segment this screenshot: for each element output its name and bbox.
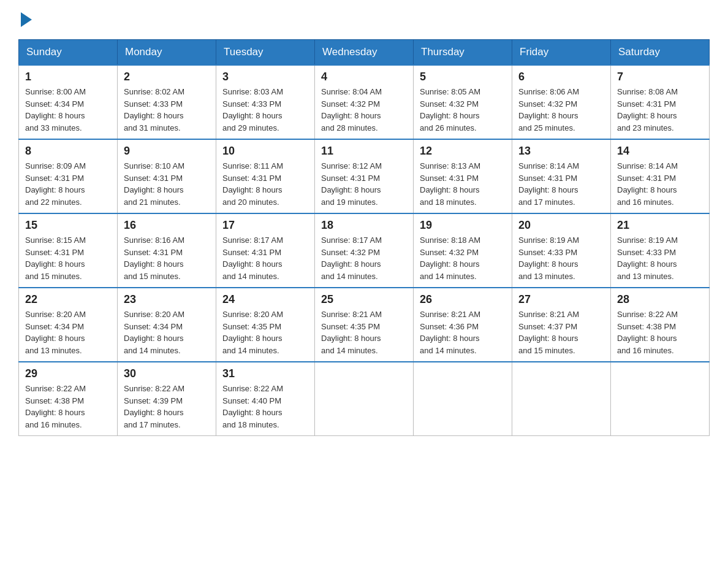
- day-number: 29: [25, 367, 111, 380]
- calendar-header-row: SundayMondayTuesdayWednesdayThursdayFrid…: [19, 40, 710, 66]
- day-info: Sunrise: 8:09 AMSunset: 4:31 PMDaylight:…: [25, 160, 111, 208]
- calendar-cell: 23 Sunrise: 8:20 AMSunset: 4:34 PMDaylig…: [118, 288, 216, 362]
- day-info: Sunrise: 8:05 AMSunset: 4:32 PMDaylight:…: [420, 86, 506, 134]
- calendar-cell: 19 Sunrise: 8:18 AMSunset: 4:32 PMDaylig…: [414, 213, 512, 288]
- day-number: 9: [124, 145, 210, 158]
- calendar-cell: 15 Sunrise: 8:15 AMSunset: 4:31 PMDaylig…: [19, 213, 118, 288]
- day-number: 1: [25, 71, 111, 83]
- calendar-cell: 22 Sunrise: 8:20 AMSunset: 4:34 PMDaylig…: [19, 288, 118, 362]
- day-number: 17: [222, 219, 308, 232]
- calendar-cell: 14 Sunrise: 8:14 AMSunset: 4:31 PMDaylig…: [611, 139, 710, 213]
- logo: [18, 12, 32, 27]
- day-number: 19: [420, 219, 506, 232]
- day-number: 14: [617, 145, 703, 158]
- calendar-cell: 5 Sunrise: 8:05 AMSunset: 4:32 PMDayligh…: [414, 65, 512, 139]
- logo-arrow-icon: [21, 12, 32, 27]
- day-number: 2: [124, 71, 210, 83]
- calendar-cell: 8 Sunrise: 8:09 AMSunset: 4:31 PMDayligh…: [19, 139, 118, 213]
- calendar-cell: 29 Sunrise: 8:22 AMSunset: 4:38 PMDaylig…: [19, 362, 118, 436]
- calendar-cell: [611, 362, 710, 436]
- day-info: Sunrise: 8:21 AMSunset: 4:37 PMDaylight:…: [518, 308, 604, 356]
- day-number: 6: [518, 71, 604, 83]
- day-info: Sunrise: 8:02 AMSunset: 4:33 PMDaylight:…: [124, 86, 210, 134]
- day-info: Sunrise: 8:17 AMSunset: 4:31 PMDaylight:…: [222, 234, 308, 282]
- day-info: Sunrise: 8:08 AMSunset: 4:31 PMDaylight:…: [617, 86, 703, 134]
- calendar-cell: 28 Sunrise: 8:22 AMSunset: 4:38 PMDaylig…: [611, 288, 710, 362]
- calendar-cell: [315, 362, 414, 436]
- day-number: 24: [222, 293, 308, 306]
- column-header-monday: Monday: [118, 40, 216, 66]
- day-number: 22: [25, 293, 111, 306]
- calendar-cell: 3 Sunrise: 8:03 AMSunset: 4:33 PMDayligh…: [216, 65, 315, 139]
- day-number: 10: [222, 145, 308, 158]
- day-info: Sunrise: 8:20 AMSunset: 4:34 PMDaylight:…: [25, 308, 111, 356]
- calendar-cell: 13 Sunrise: 8:14 AMSunset: 4:31 PMDaylig…: [512, 139, 611, 213]
- calendar-cell: 31 Sunrise: 8:22 AMSunset: 4:40 PMDaylig…: [216, 362, 315, 436]
- day-info: Sunrise: 8:21 AMSunset: 4:36 PMDaylight:…: [420, 308, 506, 356]
- day-info: Sunrise: 8:14 AMSunset: 4:31 PMDaylight:…: [617, 160, 703, 208]
- calendar-cell: [512, 362, 611, 436]
- calendar-cell: 1 Sunrise: 8:00 AMSunset: 4:34 PMDayligh…: [19, 65, 118, 139]
- day-number: 11: [321, 145, 407, 158]
- week-row-2: 8 Sunrise: 8:09 AMSunset: 4:31 PMDayligh…: [19, 139, 710, 213]
- calendar-cell: 26 Sunrise: 8:21 AMSunset: 4:36 PMDaylig…: [414, 288, 512, 362]
- day-number: 12: [420, 145, 506, 158]
- day-number: 5: [420, 71, 506, 83]
- calendar-cell: 27 Sunrise: 8:21 AMSunset: 4:37 PMDaylig…: [512, 288, 611, 362]
- day-info: Sunrise: 8:18 AMSunset: 4:32 PMDaylight:…: [420, 234, 506, 282]
- day-number: 28: [617, 293, 703, 306]
- day-number: 3: [222, 71, 308, 83]
- column-header-tuesday: Tuesday: [216, 40, 315, 66]
- day-info: Sunrise: 8:06 AMSunset: 4:32 PMDaylight:…: [518, 86, 604, 134]
- day-info: Sunrise: 8:17 AMSunset: 4:32 PMDaylight:…: [321, 234, 407, 282]
- day-info: Sunrise: 8:15 AMSunset: 4:31 PMDaylight:…: [25, 234, 111, 282]
- calendar-cell: 21 Sunrise: 8:19 AMSunset: 4:33 PMDaylig…: [611, 213, 710, 288]
- calendar-cell: 18 Sunrise: 8:17 AMSunset: 4:32 PMDaylig…: [315, 213, 414, 288]
- day-number: 30: [124, 367, 210, 380]
- day-info: Sunrise: 8:04 AMSunset: 4:32 PMDaylight:…: [321, 86, 407, 134]
- calendar-cell: 11 Sunrise: 8:12 AMSunset: 4:31 PMDaylig…: [315, 139, 414, 213]
- logo-general: [18, 12, 32, 27]
- week-row-4: 22 Sunrise: 8:20 AMSunset: 4:34 PMDaylig…: [19, 288, 710, 362]
- day-number: 21: [617, 219, 703, 232]
- day-info: Sunrise: 8:10 AMSunset: 4:31 PMDaylight:…: [124, 160, 210, 208]
- day-info: Sunrise: 8:20 AMSunset: 4:34 PMDaylight:…: [124, 308, 210, 356]
- day-number: 18: [321, 219, 407, 232]
- day-info: Sunrise: 8:22 AMSunset: 4:38 PMDaylight:…: [25, 383, 111, 431]
- calendar-cell: 25 Sunrise: 8:21 AMSunset: 4:35 PMDaylig…: [315, 288, 414, 362]
- day-info: Sunrise: 8:22 AMSunset: 4:39 PMDaylight:…: [124, 383, 210, 431]
- day-info: Sunrise: 8:13 AMSunset: 4:31 PMDaylight:…: [420, 160, 506, 208]
- calendar-cell: 17 Sunrise: 8:17 AMSunset: 4:31 PMDaylig…: [216, 213, 315, 288]
- week-row-3: 15 Sunrise: 8:15 AMSunset: 4:31 PMDaylig…: [19, 213, 710, 288]
- calendar-cell: 4 Sunrise: 8:04 AMSunset: 4:32 PMDayligh…: [315, 65, 414, 139]
- day-number: 25: [321, 293, 407, 306]
- column-header-sunday: Sunday: [19, 40, 118, 66]
- day-number: 23: [124, 293, 210, 306]
- day-number: 15: [25, 219, 111, 232]
- calendar-cell: 20 Sunrise: 8:19 AMSunset: 4:33 PMDaylig…: [512, 213, 611, 288]
- day-info: Sunrise: 8:22 AMSunset: 4:38 PMDaylight:…: [617, 308, 703, 356]
- day-number: 7: [617, 71, 703, 83]
- week-row-1: 1 Sunrise: 8:00 AMSunset: 4:34 PMDayligh…: [19, 65, 710, 139]
- day-number: 16: [124, 219, 210, 232]
- day-info: Sunrise: 8:00 AMSunset: 4:34 PMDaylight:…: [25, 86, 111, 134]
- day-number: 31: [222, 367, 308, 380]
- day-number: 8: [25, 145, 111, 158]
- calendar-cell: 10 Sunrise: 8:11 AMSunset: 4:31 PMDaylig…: [216, 139, 315, 213]
- column-header-thursday: Thursday: [414, 40, 512, 66]
- week-row-5: 29 Sunrise: 8:22 AMSunset: 4:38 PMDaylig…: [19, 362, 710, 436]
- day-info: Sunrise: 8:19 AMSunset: 4:33 PMDaylight:…: [518, 234, 604, 282]
- calendar-cell: 6 Sunrise: 8:06 AMSunset: 4:32 PMDayligh…: [512, 65, 611, 139]
- calendar-cell: 30 Sunrise: 8:22 AMSunset: 4:39 PMDaylig…: [118, 362, 216, 436]
- calendar-cell: 7 Sunrise: 8:08 AMSunset: 4:31 PMDayligh…: [611, 65, 710, 139]
- calendar-cell: 16 Sunrise: 8:16 AMSunset: 4:31 PMDaylig…: [118, 213, 216, 288]
- day-number: 4: [321, 71, 407, 83]
- day-info: Sunrise: 8:19 AMSunset: 4:33 PMDaylight:…: [617, 234, 703, 282]
- column-header-wednesday: Wednesday: [315, 40, 414, 66]
- day-info: Sunrise: 8:22 AMSunset: 4:40 PMDaylight:…: [222, 383, 308, 431]
- calendar-cell: 2 Sunrise: 8:02 AMSunset: 4:33 PMDayligh…: [118, 65, 216, 139]
- day-info: Sunrise: 8:11 AMSunset: 4:31 PMDaylight:…: [222, 160, 308, 208]
- calendar-cell: 24 Sunrise: 8:20 AMSunset: 4:35 PMDaylig…: [216, 288, 315, 362]
- day-info: Sunrise: 8:16 AMSunset: 4:31 PMDaylight:…: [124, 234, 210, 282]
- day-info: Sunrise: 8:20 AMSunset: 4:35 PMDaylight:…: [222, 308, 308, 356]
